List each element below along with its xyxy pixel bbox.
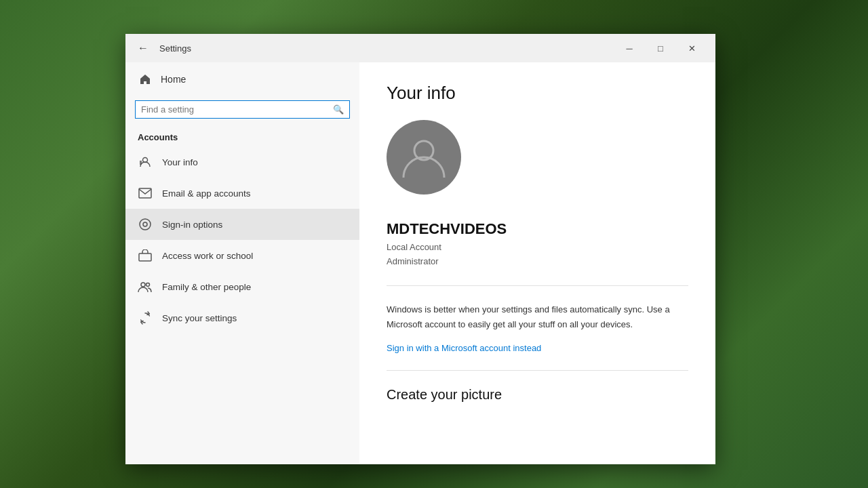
main-panel: Your info MDTECHVIDEOS Local Account Adm… xyxy=(359,62,715,464)
ms-account-link[interactable]: Sign in with a Microsoft account instead xyxy=(387,343,541,353)
svg-point-9 xyxy=(146,283,150,287)
username: MDTECHVIDEOS xyxy=(387,220,688,238)
window-controls: ─ □ ✕ xyxy=(614,37,707,59)
sidebar: Home 🔍 Accounts xyxy=(125,62,359,464)
sign-in-label: Sign-in options xyxy=(162,220,222,230)
account-type: Local Account Administrator xyxy=(387,241,688,269)
minimize-button[interactable]: ─ xyxy=(614,37,645,59)
window-title: Settings xyxy=(159,43,614,54)
create-picture-title: Create your picture xyxy=(387,387,688,403)
family-icon xyxy=(138,279,153,294)
sync-icon xyxy=(138,310,153,325)
your-info-icon xyxy=(138,155,153,169)
sidebar-item-sign-in[interactable]: Sign-in options xyxy=(125,209,359,240)
search-input[interactable] xyxy=(141,104,333,115)
account-type-line2: Administrator xyxy=(387,256,439,266)
svg-point-8 xyxy=(141,283,145,287)
work-school-icon xyxy=(138,248,153,263)
sync-message: Windows is better when your settings and… xyxy=(387,302,688,332)
search-box[interactable]: 🔍 xyxy=(135,100,350,119)
sidebar-item-sync[interactable]: Sync your settings xyxy=(125,302,359,333)
email-icon xyxy=(138,186,153,201)
svg-rect-7 xyxy=(139,253,151,261)
search-icon[interactable]: 🔍 xyxy=(333,104,344,115)
home-label: Home xyxy=(161,74,186,85)
profile-section xyxy=(387,120,688,195)
accounts-section-title: Accounts xyxy=(125,127,359,146)
svg-rect-4 xyxy=(139,188,151,198)
email-label: Email & app accounts xyxy=(162,188,251,199)
settings-window: ← Settings ─ □ ✕ Home 🔍 xyxy=(125,34,715,464)
sidebar-item-work-school[interactable]: Access work or school xyxy=(125,240,359,271)
sign-in-icon xyxy=(138,217,153,232)
your-info-label: Your info xyxy=(162,157,198,167)
home-icon xyxy=(138,72,153,87)
sidebar-item-family[interactable]: Family & other people xyxy=(125,271,359,302)
svg-point-6 xyxy=(143,222,147,226)
close-button[interactable]: ✕ xyxy=(676,37,707,59)
svg-point-5 xyxy=(140,219,151,230)
user-info: MDTECHVIDEOS Local Account Administrator xyxy=(387,214,688,269)
divider-2 xyxy=(387,370,688,371)
titlebar: ← Settings ─ □ ✕ xyxy=(125,34,715,62)
account-type-line1: Local Account xyxy=(387,242,441,252)
avatar xyxy=(387,120,461,195)
content-area: Home 🔍 Accounts xyxy=(125,62,715,464)
divider xyxy=(387,285,688,286)
sidebar-item-your-info[interactable]: Your info xyxy=(125,146,359,178)
sidebar-item-home[interactable]: Home xyxy=(125,62,359,96)
maximize-button[interactable]: □ xyxy=(645,37,676,59)
sidebar-item-email-app[interactable]: Email & app accounts xyxy=(125,178,359,209)
sync-label: Sync your settings xyxy=(162,313,237,323)
avatar-icon xyxy=(400,134,448,181)
back-button[interactable]: ← xyxy=(134,39,153,58)
page-title: Your info xyxy=(387,83,688,104)
work-school-label: Access work or school xyxy=(162,251,253,261)
family-label: Family & other people xyxy=(162,282,251,292)
